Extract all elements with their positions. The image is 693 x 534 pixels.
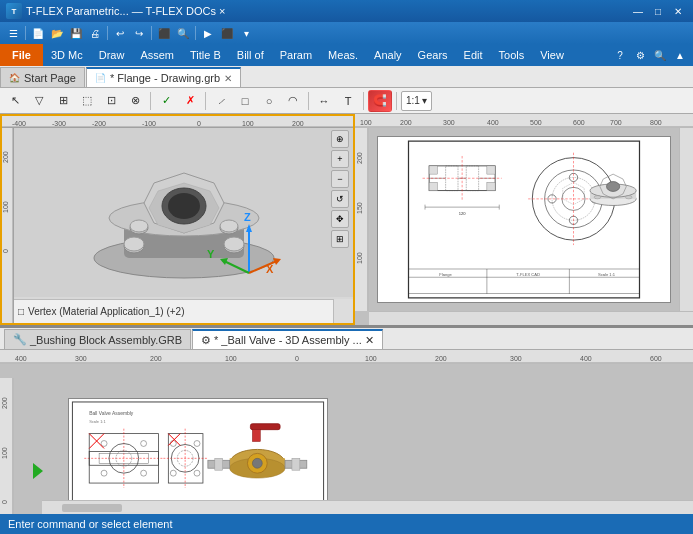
left-3d-view: -400 -300 -200 -100 0 100 200 200 100 0: [0, 114, 355, 325]
zoom-extent-btn[interactable]: ⊕: [331, 130, 349, 148]
tab-flange-drawing[interactable]: 📄 * Flange - Drawing.grb ✕: [86, 67, 241, 87]
maximize-button[interactable]: □: [649, 4, 667, 18]
bottom-h-scrollbar[interactable]: [42, 500, 693, 514]
toolbar-filter[interactable]: ▽: [28, 90, 50, 112]
toolbar-circle[interactable]: ○: [258, 90, 280, 112]
print-btn[interactable]: 🖨: [86, 24, 104, 42]
toolbar-text[interactable]: T: [337, 90, 359, 112]
separator3: [151, 26, 152, 40]
toolbar-arc[interactable]: ◠: [282, 90, 304, 112]
qa-dropdown[interactable]: ▾: [237, 24, 255, 42]
right-ruler-top: 100 200 300 400 500 600 700 800: [355, 114, 693, 128]
play-btn[interactable]: ▶: [199, 24, 217, 42]
svg-rect-110: [250, 424, 280, 430]
bottom-document-tabs: 🔧 _Bushing Block Assembly.GRB ⚙ * _Ball …: [0, 328, 693, 350]
tab-draw[interactable]: Draw: [91, 44, 133, 66]
close-button[interactable]: ✕: [669, 4, 687, 18]
toolbar-cancel[interactable]: ✗: [179, 90, 201, 112]
expand-ribbon-icon[interactable]: ▲: [671, 46, 689, 64]
svg-text:400: 400: [580, 355, 592, 362]
ribbon-right-icons: ? ⚙ 🔍 ▲: [611, 44, 693, 66]
new-btn[interactable]: 📄: [29, 24, 47, 42]
tab-titleb[interactable]: Title B: [182, 44, 229, 66]
h-scroll-thumb[interactable]: [62, 504, 122, 512]
svg-text:-100: -100: [142, 120, 156, 127]
toolbar-polar[interactable]: ⊗: [124, 90, 146, 112]
top-pane: -400 -300 -200 -100 0 100 200 200 100 0: [0, 114, 693, 328]
file-menu-button[interactable]: File: [0, 44, 43, 66]
separator4: [363, 92, 364, 110]
tab-analy[interactable]: Analy: [366, 44, 410, 66]
stop-btn[interactable]: ⬛: [218, 24, 236, 42]
view-btn[interactable]: ⬛: [155, 24, 173, 42]
svg-text:Ball Valve Assembly: Ball Valve Assembly: [89, 411, 134, 416]
svg-text:200: 200: [1, 397, 8, 409]
pan-btn[interactable]: ✥: [331, 210, 349, 228]
tab-start-page[interactable]: 🏠 Start Page: [0, 67, 85, 87]
ruler-top: -400 -300 -200 -100 0 100 200: [2, 116, 353, 128]
tab-bushing-block[interactable]: 🔧 _Bushing Block Assembly.GRB: [4, 329, 191, 349]
ball-valve-tab-label: * _Ball Valve - 3D Assembly ...: [214, 334, 362, 346]
help-icon[interactable]: ?: [611, 46, 629, 64]
toolbar-magnet[interactable]: 🧲: [368, 90, 392, 112]
right-v-scrollbar[interactable]: [679, 128, 693, 311]
toolbar-strip: ↖ ▽ ⊞ ⬚ ⊡ ⊗ ✓ ✗ ⟋ □ ○ ◠ ↔ T 🧲 1:1 ▾: [0, 88, 693, 114]
tab-view[interactable]: View: [532, 44, 572, 66]
minimize-button[interactable]: —: [629, 4, 647, 18]
right-h-scrollbar[interactable]: [369, 311, 693, 325]
flange-tab-close[interactable]: ✕: [224, 73, 232, 84]
toolbar-rect[interactable]: □: [234, 90, 256, 112]
right-ruler-svg: 100 200 300 400 500 600 700 800: [355, 114, 693, 128]
toolbar-ok[interactable]: ✓: [155, 90, 177, 112]
toolbar-dim[interactable]: ↔: [313, 90, 335, 112]
tab-tools[interactable]: Tools: [491, 44, 533, 66]
redo-btn[interactable]: ↪: [130, 24, 148, 42]
undo-btn[interactable]: ↩: [111, 24, 129, 42]
tab-edit[interactable]: Edit: [456, 44, 491, 66]
start-page-icon: 🏠: [9, 73, 20, 83]
open-btn[interactable]: 📂: [48, 24, 66, 42]
svg-text:Scale 1:1: Scale 1:1: [598, 272, 616, 277]
svg-text:Z: Z: [244, 211, 251, 223]
tab-assem[interactable]: Assem: [132, 44, 182, 66]
svg-text:800: 800: [650, 119, 662, 126]
svg-point-89: [607, 182, 620, 192]
toolbar-select[interactable]: ↖: [4, 90, 26, 112]
save-btn[interactable]: 💾: [67, 24, 85, 42]
ball-valve-drawing-svg: Ball Valve Assembly Scale 1:1: [69, 399, 327, 514]
zoom-btn[interactable]: 🔍: [174, 24, 192, 42]
tab-3dmc[interactable]: 3D Mc: [43, 44, 91, 66]
ball-valve-tab-close[interactable]: ✕: [365, 334, 374, 347]
svg-text:100: 100: [360, 119, 372, 126]
toolbar-grid[interactable]: ⊞: [52, 90, 74, 112]
tab-param[interactable]: Param: [272, 44, 320, 66]
tab-meas[interactable]: Meas.: [320, 44, 366, 66]
search-ribbon-icon[interactable]: 🔍: [651, 46, 669, 64]
toolbar-line[interactable]: ⟋: [210, 90, 232, 112]
tab-ball-valve[interactable]: ⚙ * _Ball Valve - 3D Assembly ... ✕: [192, 329, 383, 349]
rotate-btn[interactable]: ↺: [331, 190, 349, 208]
svg-text:300: 300: [443, 119, 455, 126]
toolbar-scale-dropdown[interactable]: 1:1 ▾: [401, 91, 432, 111]
start-page-label: Start Page: [24, 72, 76, 84]
menu-icon[interactable]: ☰: [4, 24, 22, 42]
zoom-out-btn[interactable]: −: [331, 170, 349, 188]
ruler-left-svg: 200 100 0: [2, 128, 14, 323]
bottom-workspace: 400 300 200 100 0 100 200 300 400 600: [0, 350, 693, 514]
3d-view-content: Z X Y: [14, 128, 353, 297]
svg-text:Scale 1:1: Scale 1:1: [89, 419, 105, 424]
settings-icon[interactable]: ⚙: [631, 46, 649, 64]
svg-rect-118: [292, 458, 300, 470]
toolbar-snap[interactable]: ⬚: [76, 90, 98, 112]
right-ruler-left: 200 150 100: [355, 128, 369, 311]
zoom-in-btn[interactable]: +: [331, 150, 349, 168]
right-ruler-left-svg: 200 150 100: [355, 128, 369, 311]
svg-text:200: 200: [2, 151, 9, 163]
toolbar-ortho[interactable]: ⊡: [100, 90, 122, 112]
fit-btn[interactable]: ⊞: [331, 230, 349, 248]
tab-gears[interactable]: Gears: [410, 44, 456, 66]
title-text: T-FLEX Parametric... — T-FLEX DOCs ×: [26, 5, 629, 17]
bottom-ruler-left-svg: 200 100 0: [0, 378, 14, 514]
scale-label: 1:1: [406, 95, 420, 106]
tab-billof[interactable]: Bill of: [229, 44, 272, 66]
